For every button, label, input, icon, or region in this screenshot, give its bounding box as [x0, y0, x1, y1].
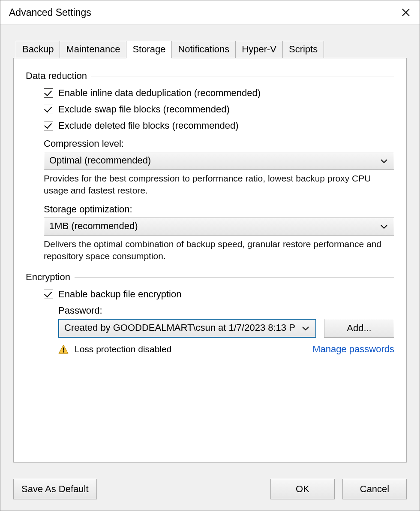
exclude-deleted-row: Exclude deleted file blocks (recommended… [44, 120, 394, 131]
advanced-settings-dialog: Advanced Settings Backup Maintenance Sto… [0, 0, 420, 511]
add-password-button[interactable]: Add... [324, 319, 394, 338]
tab-maintenance[interactable]: Maintenance [60, 41, 126, 58]
enable-encryption-row: Enable backup file encryption [44, 289, 394, 300]
enable-encryption-label: Enable backup file encryption [58, 289, 181, 300]
password-dropdown[interactable]: Created by GOODDEALMART\csun at 1/7/2023… [58, 319, 316, 338]
loss-protection-row: Loss protection disabled Manage password… [58, 344, 394, 355]
chevron-down-icon [380, 224, 388, 229]
compression-label: Compression level: [44, 138, 394, 149]
tab-storage[interactable]: Storage [126, 41, 172, 58]
svg-rect-3 [63, 348, 64, 351]
loss-protection-text: Loss protection disabled [75, 344, 171, 354]
encryption-body: Enable backup file encryption Password: … [26, 289, 394, 355]
tab-scripts[interactable]: Scripts [282, 41, 324, 58]
dialog-client-area: Backup Maintenance Storage Notifications… [0, 24, 420, 471]
manage-passwords-link[interactable]: Manage passwords [312, 344, 394, 355]
close-button[interactable] [399, 6, 413, 19]
group-data-reduction: Data reduction [26, 70, 394, 82]
footer-right: OK Cancel [270, 479, 407, 499]
chevron-down-icon [302, 326, 309, 331]
svg-rect-4 [63, 351, 64, 353]
storage-opt-label: Storage optimization: [44, 204, 394, 215]
divider [75, 277, 394, 278]
save-as-default-button[interactable]: Save As Default [13, 479, 97, 499]
storage-opt-dropdown[interactable]: 1MB (recommended) [44, 218, 394, 236]
divider [91, 76, 394, 76]
password-row: Created by GOODDEALMART\csun at 1/7/2023… [58, 319, 394, 338]
password-label: Password: [58, 305, 394, 316]
dialog-footer: Save As Default OK Cancel [0, 471, 420, 511]
compression-value: Optimal (recommended) [49, 155, 151, 166]
ok-button[interactable]: OK [270, 479, 335, 499]
data-reduction-body: Enable inline data deduplication (recomm… [26, 88, 394, 262]
exclude-swap-row: Exclude swap file blocks (recommended) [44, 104, 394, 115]
chevron-down-icon [380, 158, 388, 163]
window-title: Advanced Settings [9, 7, 91, 18]
close-icon [402, 8, 410, 17]
tab-notifications[interactable]: Notifications [171, 41, 236, 58]
storage-opt-hint: Delivers the optimal combination of back… [44, 238, 394, 263]
warning-icon [58, 344, 69, 354]
group-encryption-legend: Encryption [26, 272, 70, 283]
tab-hyper-v[interactable]: Hyper-V [235, 41, 283, 58]
dedup-row: Enable inline data deduplication (recomm… [44, 88, 394, 99]
storage-panel: Data reduction Enable inline data dedupl… [13, 58, 407, 463]
enable-encryption-checkbox[interactable] [44, 290, 53, 299]
dedup-checkbox[interactable] [44, 88, 53, 98]
titlebar: Advanced Settings [0, 0, 420, 24]
cancel-button[interactable]: Cancel [342, 479, 407, 499]
tabstrip: Backup Maintenance Storage Notifications… [13, 40, 407, 58]
password-value: Created by GOODDEALMART\csun at 1/7/2023… [64, 322, 295, 333]
compression-dropdown[interactable]: Optimal (recommended) [44, 152, 394, 170]
compression-hint: Provides for the best compression to per… [44, 172, 394, 197]
exclude-deleted-label: Exclude deleted file blocks (recommended… [58, 120, 239, 131]
exclude-deleted-checkbox[interactable] [44, 121, 53, 130]
exclude-swap-label: Exclude swap file blocks (recommended) [58, 104, 230, 115]
dedup-label: Enable inline data deduplication (recomm… [58, 88, 261, 99]
password-block: Password: Created by GOODDEALMART\csun a… [44, 305, 394, 355]
group-encryption: Encryption [26, 272, 394, 283]
tab-backup[interactable]: Backup [16, 41, 60, 58]
group-data-reduction-legend: Data reduction [26, 70, 87, 82]
exclude-swap-checkbox[interactable] [44, 105, 53, 114]
storage-opt-value: 1MB (recommended) [49, 221, 138, 231]
